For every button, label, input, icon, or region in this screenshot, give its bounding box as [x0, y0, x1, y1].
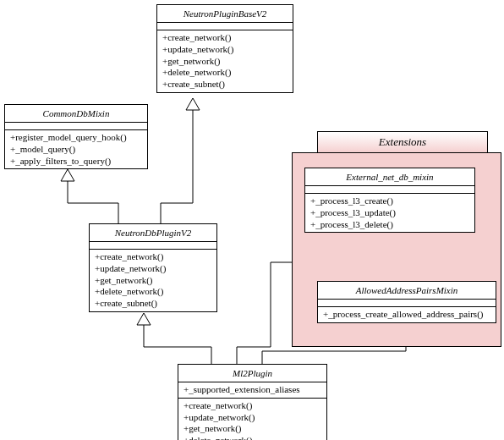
class-method: +update_network() [95, 263, 211, 275]
class-method: +create_subnet() [95, 298, 211, 310]
class-method: +get_network() [184, 423, 321, 435]
svg-marker-4 [186, 98, 200, 110]
class-name: AllowedAddressPairsMixin [318, 282, 496, 300]
class-attributes [5, 123, 147, 130]
class-neutron-db-plugin-v2: NeutronDbPluginV2 +create_network() +upd… [89, 223, 217, 312]
class-method: +delete_network() [162, 67, 288, 79]
class-method: +_apply_filters_to_query() [10, 156, 142, 168]
class-name: External_net_db_mixin [305, 168, 474, 186]
class-methods: +_process_create_allowed_address_pairs() [318, 307, 496, 322]
class-neutron-plugin-base-v2: NeutronPluginBaseV2 +create_network() +u… [156, 4, 293, 93]
class-methods: +create_network() +update_network() +get… [178, 399, 326, 440]
class-attributes [90, 242, 216, 250]
class-methods: +register_model_query_hook() +_model_que… [5, 130, 147, 168]
class-name: NeutronPluginBaseV2 [157, 5, 293, 23]
class-method: +_process_create_allowed_address_pairs() [323, 309, 490, 321]
class-methods: +create_network() +update_network() +get… [90, 250, 216, 311]
class-method: +delete_network() [95, 286, 211, 298]
class-method: +register_model_query_hook() [10, 132, 142, 144]
class-method: +get_network() [162, 56, 288, 68]
svg-marker-0 [61, 169, 74, 181]
class-method: +get_network() [95, 275, 211, 287]
package-extensions-label: Extensions [379, 135, 426, 148]
class-method: +create_network() [95, 251, 211, 263]
class-method: +delete_network() [184, 435, 321, 440]
class-allowed-address-pairs-mixin: AllowedAddressPairsMixin +_process_creat… [317, 281, 496, 323]
class-methods: +_process_l3_create() +_process_l3_updat… [305, 194, 474, 232]
class-attributes: +_supported_extension_aliases [178, 382, 326, 399]
class-method: +create_network() [184, 400, 321, 412]
class-method: +_process_l3_delete() [310, 219, 469, 231]
package-extensions-tab: Extensions [317, 131, 488, 152]
class-ml2-plugin: Ml2Plugin +_supported_extension_aliases … [178, 364, 327, 440]
class-name: CommonDbMixin [5, 105, 147, 123]
class-name: NeutronDbPluginV2 [90, 224, 216, 242]
class-attributes [318, 300, 496, 307]
class-method: +create_network() [162, 32, 288, 44]
class-method: +update_network() [184, 412, 321, 424]
svg-marker-8 [137, 313, 151, 325]
class-external-net-db-mixin: External_net_db_mixin +_process_l3_creat… [304, 168, 475, 233]
class-attribute: +_supported_extension_aliases [184, 384, 321, 396]
class-method: +create_subnet() [162, 79, 288, 91]
class-method: +_process_l3_create() [310, 195, 469, 207]
class-method: +update_network() [162, 44, 288, 56]
class-common-db-mixin: CommonDbMixin +register_model_query_hook… [4, 104, 148, 169]
class-attributes [305, 186, 474, 194]
class-method: +_model_query() [10, 144, 142, 156]
class-method: +_process_l3_update() [310, 207, 469, 219]
class-attributes [157, 23, 293, 30]
class-name: Ml2Plugin [178, 365, 326, 382]
class-methods: +create_network() +update_network() +get… [157, 30, 293, 92]
